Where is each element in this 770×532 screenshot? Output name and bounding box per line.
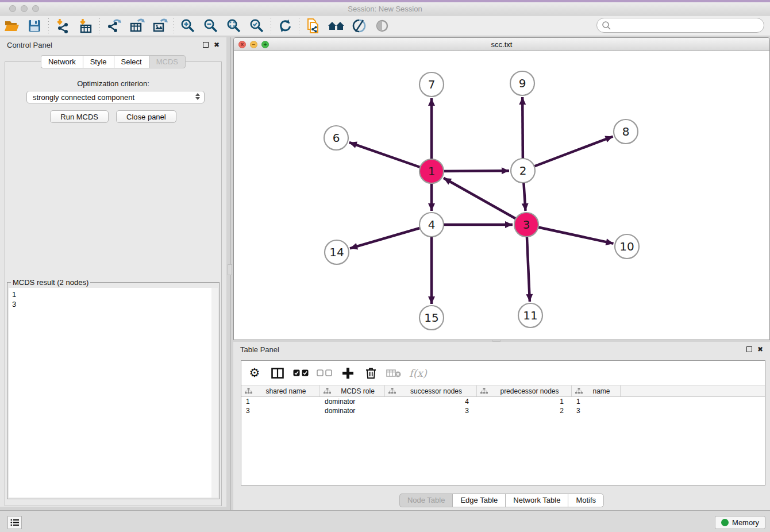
zoom-out-icon[interactable]	[199, 17, 222, 35]
mcds-result-area[interactable]: 13	[9, 288, 218, 498]
optimization-criterion-label: Optimization criterion:	[5, 79, 221, 88]
result-line: 1	[12, 290, 218, 299]
memory-status-icon	[721, 519, 729, 526]
memory-button[interactable]: Memory	[715, 516, 765, 529]
zoom-fit-icon[interactable]	[222, 17, 245, 35]
close-table-panel-icon[interactable]: ✖	[757, 346, 763, 353]
first-neighbors-icon[interactable]	[325, 17, 348, 35]
tab-node-table[interactable]: Node Table	[399, 494, 453, 507]
table-cell[interactable]: 3	[572, 407, 621, 415]
run-mcds-button[interactable]: Run MCDS	[50, 110, 109, 123]
search-icon	[602, 21, 611, 30]
dropdown-stepper-icon	[195, 93, 200, 100]
column-header-name[interactable]: name	[572, 385, 621, 396]
graph-edge-3-10[interactable]	[526, 225, 614, 244]
table-cell[interactable]: 3	[385, 407, 477, 415]
show-hide-icon[interactable]	[371, 17, 394, 35]
tab-network[interactable]: Network	[41, 55, 83, 68]
tab-motifs[interactable]: Motifs	[568, 494, 604, 507]
graph-node-label: 15	[424, 311, 438, 325]
table-toolbar: ⚙ f(x)	[241, 361, 765, 385]
status-bar: Memory	[0, 510, 770, 532]
optimization-criterion-dropdown[interactable]: strongly connected component	[26, 91, 205, 103]
export-network-icon[interactable]	[102, 17, 125, 35]
graph-edge-2-8[interactable]	[523, 137, 613, 171]
table-cell[interactable]: 1	[241, 398, 320, 406]
column-header-shared-name[interactable]: shared name	[241, 385, 320, 396]
toolbar-separator	[271, 18, 271, 33]
table-cell[interactable]: 3	[241, 407, 320, 415]
tab-style[interactable]: Style	[83, 55, 114, 68]
export-table-icon[interactable]	[125, 17, 148, 35]
toolbar-separator	[174, 18, 174, 33]
zoom-selected-icon[interactable]	[245, 17, 268, 35]
table-cell[interactable]: 2	[477, 407, 572, 415]
zoom-in-icon[interactable]	[176, 17, 199, 35]
column-header-predecessor-nodes[interactable]: predecessor nodes	[477, 385, 572, 396]
graph-node-label: 11	[523, 309, 537, 322]
graph-node-label: 9	[519, 76, 526, 90]
graph-edge-3-1[interactable]	[444, 178, 526, 225]
tab-edge-table[interactable]: Edge Table	[452, 494, 505, 507]
table-header-row: shared nameMCDS rolesuccessor nodesprede…	[241, 385, 765, 397]
create-column-icon[interactable]	[340, 367, 355, 379]
table-cell[interactable]: dominator	[320, 407, 385, 415]
toolbar-separator	[99, 18, 100, 33]
graph-edge-1-6[interactable]	[349, 142, 432, 171]
vertical-splitter-handle[interactable]	[228, 264, 232, 275]
export-image-icon[interactable]	[148, 17, 171, 35]
search-input[interactable]	[611, 21, 755, 30]
import-table-icon[interactable]	[74, 17, 97, 35]
mcds-result-box: MCDS result (2 nodes) 13	[7, 282, 220, 499]
graph-node-label: 10	[619, 240, 634, 253]
table-cell[interactable]: 4	[385, 398, 477, 406]
network-graph[interactable]: 1234678910111415	[234, 51, 769, 340]
graph-node-label: 6	[333, 131, 340, 145]
select-all-columns-icon[interactable]	[293, 369, 309, 376]
result-line: 3	[12, 299, 218, 309]
delete-table-icon[interactable]	[386, 369, 401, 377]
close-panel-icon[interactable]: ✖	[214, 41, 220, 48]
table-row[interactable]: 1dominator411	[241, 397, 765, 406]
duplicate-network-icon[interactable]	[302, 17, 325, 35]
column-tree-icon	[245, 388, 252, 394]
table-row[interactable]: 3dominator323	[241, 406, 765, 415]
column-tree-icon	[388, 388, 396, 394]
import-network-icon[interactable]	[51, 17, 74, 35]
column-header-successor-nodes[interactable]: successor nodes	[385, 385, 477, 396]
delete-column-icon[interactable]	[363, 367, 378, 379]
function-builder-icon[interactable]: f(x)	[409, 367, 427, 379]
column-header-mcds-role[interactable]: MCDS role	[320, 385, 385, 396]
save-session-icon[interactable]	[23, 17, 46, 35]
float-table-panel-icon[interactable]	[746, 346, 752, 352]
table-settings-icon[interactable]: ⚙	[247, 366, 262, 380]
task-list-icon	[10, 519, 20, 526]
close-panel-button[interactable]: Close panel	[116, 110, 176, 123]
control-panel-tabs: NetworkStyleSelectMCDS	[0, 55, 226, 68]
graph-node-label: 4	[428, 218, 436, 232]
graph-node-label: 8	[622, 125, 630, 138]
refresh-layout-icon[interactable]	[274, 17, 297, 35]
tab-mcds[interactable]: MCDS	[149, 55, 186, 68]
tab-select[interactable]: Select	[114, 55, 149, 68]
style-icon[interactable]	[348, 17, 371, 35]
table-cell[interactable]: 1	[572, 398, 621, 406]
float-panel-icon[interactable]	[203, 42, 209, 48]
open-file-icon[interactable]	[0, 17, 23, 35]
graph-edge-4-14[interactable]	[350, 225, 432, 248]
show-column-icon[interactable]	[270, 368, 285, 379]
result-scrollbar[interactable]	[211, 288, 218, 498]
graph-node-label: 2	[519, 164, 527, 178]
unselect-all-columns-icon[interactable]	[317, 369, 332, 376]
network-view-window: × − + scc.txt 1234678910111415	[233, 37, 770, 340]
task-history-button[interactable]	[7, 516, 22, 529]
network-window-titlebar[interactable]: × − + scc.txt	[234, 38, 769, 51]
toolbar-separator	[48, 18, 49, 33]
node-table-region: ⚙ f(x) shared nameMCDS rolesuccessor nod…	[241, 360, 765, 485]
dropdown-value: strongly connected component	[33, 93, 134, 102]
search-field[interactable]	[596, 18, 764, 33]
table-cell[interactable]: dominator	[320, 398, 385, 406]
tab-network-table[interactable]: Network Table	[505, 494, 568, 507]
table-cell[interactable]: 1	[477, 398, 572, 406]
network-canvas[interactable]: 1234678910111415	[234, 51, 769, 340]
